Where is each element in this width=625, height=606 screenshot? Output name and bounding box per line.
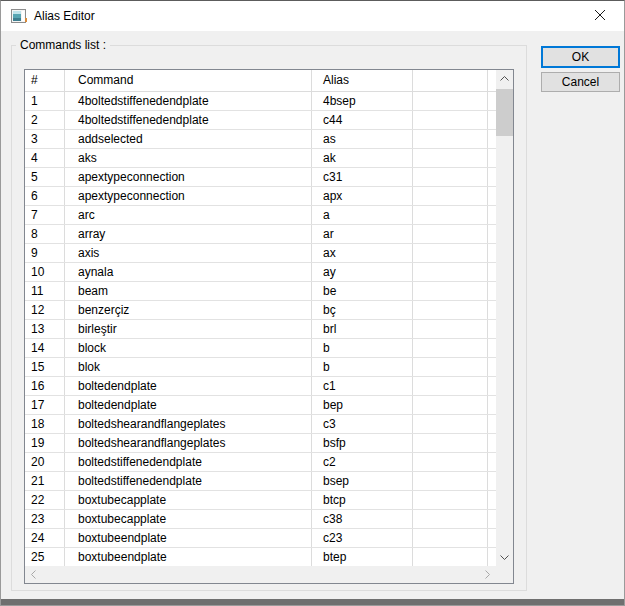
- cell-extra: [413, 548, 488, 566]
- cell-number: 25: [25, 548, 65, 566]
- cell-command: boxtubecapplate: [65, 491, 312, 509]
- scroll-down-icon[interactable]: [496, 549, 513, 566]
- table-row[interactable]: 18boltedshearandflangeplatesc3: [25, 415, 496, 434]
- cell-number: 8: [25, 225, 65, 243]
- cell-number: 21: [25, 472, 65, 490]
- table-row[interactable]: 24boxtubeendplatec23: [25, 529, 496, 548]
- table-row[interactable]: 21boltedstiffenedendplatebsep: [25, 472, 496, 491]
- table-row[interactable]: 15blokb: [25, 358, 496, 377]
- cell-number: 6: [25, 187, 65, 205]
- row-filler: [488, 130, 496, 148]
- cell-number: 20: [25, 453, 65, 471]
- table-row[interactable]: 22boxtubecapplatebtcp: [25, 491, 496, 510]
- cancel-button[interactable]: Cancel: [541, 72, 620, 92]
- table-row[interactable]: 14blockb: [25, 339, 496, 358]
- header-alias[interactable]: Alias: [312, 70, 413, 91]
- cell-extra: [413, 187, 488, 205]
- row-filler: [488, 434, 496, 452]
- scroll-right-icon[interactable]: [479, 566, 496, 583]
- cell-command: boltedshearandflangeplates: [65, 434, 312, 452]
- cell-alias: be: [312, 282, 413, 300]
- titlebar[interactable]: Alias Editor: [1, 1, 624, 31]
- cell-alias: apx: [312, 187, 413, 205]
- header-number[interactable]: #: [25, 70, 65, 91]
- table-row[interactable]: 25boxtubeendplatebtep: [25, 548, 496, 566]
- cell-number: 23: [25, 510, 65, 528]
- cell-command: 4boltedstiffenedendplate: [65, 111, 312, 129]
- table-row[interactable]: 13birleştirbrl: [25, 320, 496, 339]
- table-row[interactable]: 8arrayar: [25, 225, 496, 244]
- row-filler: [488, 529, 496, 547]
- vertical-scrollbar[interactable]: [496, 70, 513, 566]
- vertical-scrollbar-thumb[interactable]: [496, 89, 513, 136]
- table-header[interactable]: # Command Alias: [25, 70, 496, 92]
- cell-extra: [413, 282, 488, 300]
- cell-number: 16: [25, 377, 65, 395]
- row-filler: [488, 472, 496, 490]
- row-filler: [488, 548, 496, 566]
- cancel-button-label: Cancel: [562, 75, 599, 89]
- header-command[interactable]: Command: [65, 70, 312, 91]
- table-row[interactable]: 5apextypeconnectionc31: [25, 168, 496, 187]
- table-row[interactable]: 10aynalaay: [25, 263, 496, 282]
- table-row[interactable]: 3addselectedas: [25, 130, 496, 149]
- row-filler: [488, 396, 496, 414]
- horizontal-scrollbar[interactable]: [25, 566, 496, 583]
- cell-command: aynala: [65, 263, 312, 281]
- cell-command: benzerçiz: [65, 301, 312, 319]
- cell-alias: btep: [312, 548, 413, 566]
- cell-command: boltedstiffenedendplate: [65, 453, 312, 471]
- close-button[interactable]: [579, 1, 621, 31]
- row-filler: [488, 491, 496, 509]
- cell-alias: ax: [312, 244, 413, 262]
- cell-command: boltedstiffenedendplate: [65, 472, 312, 490]
- row-filler: [488, 225, 496, 243]
- cell-extra: [413, 434, 488, 452]
- cell-number: 22: [25, 491, 65, 509]
- table-row[interactable]: 16boltedendplatec1: [25, 377, 496, 396]
- header-extra[interactable]: [413, 70, 488, 91]
- cell-extra: [413, 339, 488, 357]
- cell-extra: [413, 453, 488, 471]
- table-row[interactable]: 14boltedstiffenedendplate4bsep: [25, 92, 496, 111]
- cell-extra: [413, 529, 488, 547]
- scroll-left-icon[interactable]: [25, 566, 42, 583]
- table-row[interactable]: 23boxtubecapplatec38: [25, 510, 496, 529]
- table-row[interactable]: 6apextypeconnectionapx: [25, 187, 496, 206]
- table-row[interactable]: 24boltedstiffenedendplatec44: [25, 111, 496, 130]
- cell-number: 12: [25, 301, 65, 319]
- table-row[interactable]: 9axisax: [25, 244, 496, 263]
- cell-command: boxtubecapplate: [65, 510, 312, 528]
- cell-extra: [413, 472, 488, 490]
- table-row[interactable]: 20boltedstiffenedendplatec2: [25, 453, 496, 472]
- row-filler: [488, 168, 496, 186]
- cell-number: 15: [25, 358, 65, 376]
- row-filler: [488, 453, 496, 471]
- cell-command: boltedendplate: [65, 377, 312, 395]
- cell-alias: c3: [312, 415, 413, 433]
- scroll-up-icon[interactable]: [496, 70, 513, 87]
- cell-extra: [413, 358, 488, 376]
- cell-extra: [413, 225, 488, 243]
- table-row[interactable]: 19boltedshearandflangeplatesbsfp: [25, 434, 496, 453]
- table-body[interactable]: 14boltedstiffenedendplate4bsep24boltedst…: [25, 92, 496, 566]
- table-row[interactable]: 12benzerçizbç: [25, 301, 496, 320]
- table-row[interactable]: 11beambe: [25, 282, 496, 301]
- cell-command: aks: [65, 149, 312, 167]
- cell-number: 13: [25, 320, 65, 338]
- cell-alias: bsep: [312, 472, 413, 490]
- row-filler: [488, 92, 496, 110]
- table-row[interactable]: 4aksak: [25, 149, 496, 168]
- cell-command: arc: [65, 206, 312, 224]
- cell-extra: [413, 510, 488, 528]
- cell-command: birleştir: [65, 320, 312, 338]
- row-filler: [488, 187, 496, 205]
- cell-extra: [413, 206, 488, 224]
- table-row[interactable]: 17boltedendplatebep: [25, 396, 496, 415]
- cell-alias: c38: [312, 510, 413, 528]
- cell-alias: ar: [312, 225, 413, 243]
- cell-alias: btcp: [312, 491, 413, 509]
- ok-button[interactable]: OK: [541, 46, 620, 68]
- table-row[interactable]: 7arca: [25, 206, 496, 225]
- ok-button-label: OK: [572, 50, 589, 64]
